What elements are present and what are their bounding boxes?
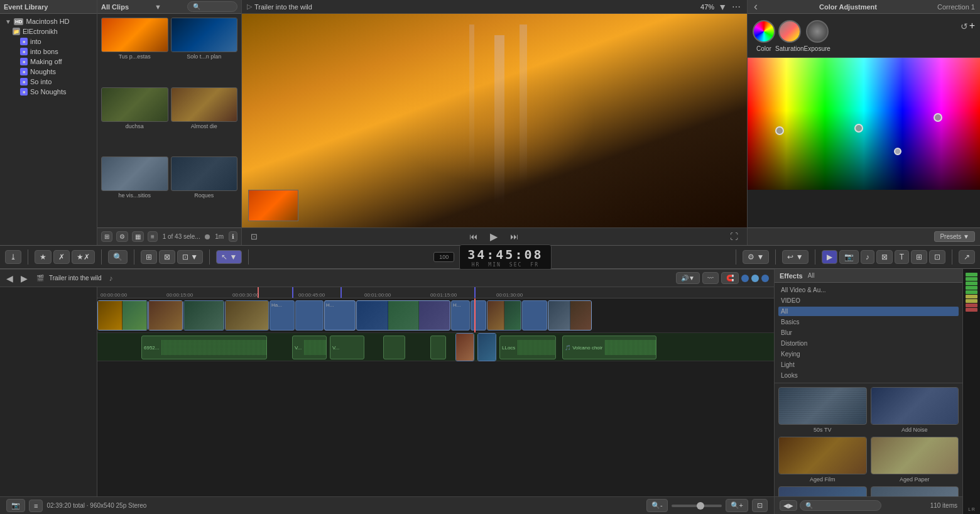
- select-tool-btn[interactable]: ↖ ▼: [216, 250, 242, 264]
- timeline-snap-btn[interactable]: 🧲: [721, 272, 739, 284]
- color-btn-exposure[interactable]: Exposure: [804, 20, 830, 52]
- view-trans-btn[interactable]: ⊠: [876, 250, 893, 264]
- connect-btn[interactable]: ⊡ ▼: [177, 250, 203, 264]
- zoom-dropdown-btn[interactable]: ▼: [717, 1, 728, 13]
- effect-5[interactable]: [778, 486, 867, 496]
- vc-1[interactable]: [97, 300, 148, 331]
- vc-4[interactable]: [225, 300, 269, 331]
- clip-view-btn1[interactable]: ▦: [132, 231, 144, 242]
- clip-item-3[interactable]: Almost die: [171, 87, 238, 155]
- fullscreen-btn[interactable]: ⛶: [726, 231, 742, 243]
- rate-down-btn[interactable]: ✗: [53, 250, 70, 264]
- insert-btn[interactable]: ⊠: [159, 250, 175, 264]
- clip-item-2[interactable]: duchsa: [101, 87, 168, 155]
- effect-agedfilm[interactable]: Aged Film: [778, 437, 867, 483]
- timeline-wave-btn[interactable]: 〰: [702, 272, 719, 284]
- prev-frame-btn[interactable]: ⏮: [466, 231, 481, 243]
- effects-cat-looks[interactable]: Looks: [778, 371, 959, 380]
- share-btn[interactable]: ↗: [959, 250, 975, 264]
- color-btn-saturation[interactable]: Saturation: [775, 20, 804, 52]
- clips-dropdown-icon[interactable]: ▼: [155, 3, 161, 11]
- view-audio-btn[interactable]: ♪: [861, 250, 874, 264]
- color-wheel-area[interactable]: [748, 58, 980, 227]
- effects-preview-btn[interactable]: ◀▶: [780, 500, 797, 511]
- library-item-so-noughts[interactable]: ■ So Noughts: [0, 87, 97, 97]
- rate-remove-btn[interactable]: ★✗: [72, 250, 95, 264]
- undo-btn[interactable]: ↩ ▼: [782, 250, 808, 264]
- effect-6[interactable]: [871, 486, 959, 496]
- view-title-btn[interactable]: T: [895, 250, 909, 264]
- library-item-noughts[interactable]: ■ Noughts: [0, 67, 97, 77]
- color-reset-btn[interactable]: ↺: [959, 20, 969, 33]
- vc-10[interactable]: [471, 300, 486, 331]
- library-item-electronikn[interactable]: 📁 ElEctronikh: [0, 26, 97, 36]
- clip-settings-btn[interactable]: ⚙: [116, 231, 128, 242]
- effect-50stv[interactable]: 50s TV: [778, 387, 867, 433]
- effects-cat-blur[interactable]: Blur: [778, 328, 959, 337]
- timeline-settings-btn[interactable]: ⊡: [752, 499, 768, 512]
- audio-clip-2[interactable]: V...: [292, 336, 327, 359]
- audio-clip-llocs[interactable]: LLocs: [499, 336, 556, 359]
- effects-search-input[interactable]: [800, 500, 881, 511]
- clip-info-btn[interactable]: ℹ: [229, 231, 237, 242]
- vc-7[interactable]: H...: [324, 300, 356, 331]
- effects-cat-light[interactable]: Light: [778, 360, 959, 369]
- vc-5[interactable]: Ha...: [270, 300, 295, 331]
- vc-2[interactable]: [148, 300, 183, 331]
- vc-11[interactable]: [487, 300, 521, 331]
- audio-clip-volcano[interactable]: 🎵 Volcano choir: [562, 336, 656, 359]
- timeline-audio-btn[interactable]: 🔊▼: [676, 272, 700, 284]
- library-item-into[interactable]: ■ into: [0, 36, 97, 46]
- effect-addnoise[interactable]: Add Noise: [871, 387, 959, 433]
- zoom-in-btn[interactable]: 🔍+: [726, 499, 748, 512]
- clips-search-input[interactable]: [187, 1, 237, 12]
- clip-item-1[interactable]: Solo t...n plan: [171, 18, 238, 85]
- color-add-btn[interactable]: +: [969, 20, 975, 31]
- presets-btn[interactable]: Presets ▼: [934, 231, 975, 242]
- macintosh-hd-item[interactable]: ▼ HD Macintosh HD: [0, 16, 97, 26]
- play-btn[interactable]: ▶: [486, 229, 501, 244]
- vc-last[interactable]: [548, 300, 592, 331]
- timeline-main[interactable]: 00:00:00:00 00:00:15:00 00:00:30:00 00:0…: [97, 287, 774, 496]
- connected-clip-2[interactable]: [477, 333, 496, 361]
- vc-6[interactable]: [295, 300, 324, 331]
- effects-cat-all[interactable]: All: [778, 307, 959, 316]
- append-btn[interactable]: ⊞: [141, 250, 157, 264]
- view-video-btn[interactable]: ▶: [822, 250, 837, 264]
- timeline-zoom-slider[interactable]: [672, 505, 722, 507]
- import-btn[interactable]: ⤓: [5, 250, 21, 264]
- vc-3[interactable]: [183, 300, 224, 331]
- timeline-viewer-btn[interactable]: 📷: [6, 499, 25, 512]
- vc-12[interactable]: [522, 300, 547, 331]
- view-themes-btn[interactable]: ⊡: [929, 250, 945, 264]
- library-item-so-into[interactable]: ■ So into: [0, 77, 97, 87]
- audio-clip-3[interactable]: V...: [330, 336, 364, 359]
- clip-grid-btn[interactable]: ⊞: [101, 231, 112, 242]
- view-gen-btn[interactable]: ⊞: [911, 250, 927, 264]
- preview-crop-btn[interactable]: ⊡: [247, 231, 261, 243]
- effects-cat-0[interactable]: All Video & Au...: [778, 285, 959, 295]
- audio-clip-1[interactable]: 6952...: [141, 336, 267, 359]
- timeline-next-btn[interactable]: ▶: [19, 272, 29, 285]
- vc-9[interactable]: H...: [451, 300, 470, 331]
- vc-8[interactable]: [356, 300, 450, 331]
- audio-clip-4[interactable]: [383, 336, 405, 359]
- rate-up-btn[interactable]: ★: [35, 250, 52, 264]
- effect-agedpaper[interactable]: Aged Paper: [871, 437, 959, 483]
- library-item-making-off[interactable]: ■ Making off: [0, 57, 97, 67]
- connected-clip-1[interactable]: [455, 333, 474, 361]
- next-frame-btn[interactable]: ⏭: [506, 231, 522, 243]
- effects-cat-keying[interactable]: Keying: [778, 349, 959, 359]
- color-back-btn[interactable]: ‹: [753, 0, 759, 14]
- clip-item-4[interactable]: he vis...sitios: [101, 156, 168, 224]
- audio-clip-5[interactable]: [430, 336, 446, 359]
- view-photo-btn[interactable]: 📷: [839, 250, 859, 264]
- timeline-prev-btn[interactable]: ◀: [5, 272, 14, 285]
- timeline-list-btn[interactable]: ≡: [29, 500, 43, 512]
- clip-item-0[interactable]: Tus p...estas: [101, 18, 168, 85]
- preview-options-btn[interactable]: ⋯: [731, 1, 742, 13]
- library-item-into-bons[interactable]: ■ into bons: [0, 46, 97, 57]
- clip-item-5[interactable]: Roques: [171, 156, 238, 224]
- search-btn[interactable]: 🔍: [108, 250, 128, 264]
- effects-cat-basics[interactable]: Basics: [778, 317, 959, 327]
